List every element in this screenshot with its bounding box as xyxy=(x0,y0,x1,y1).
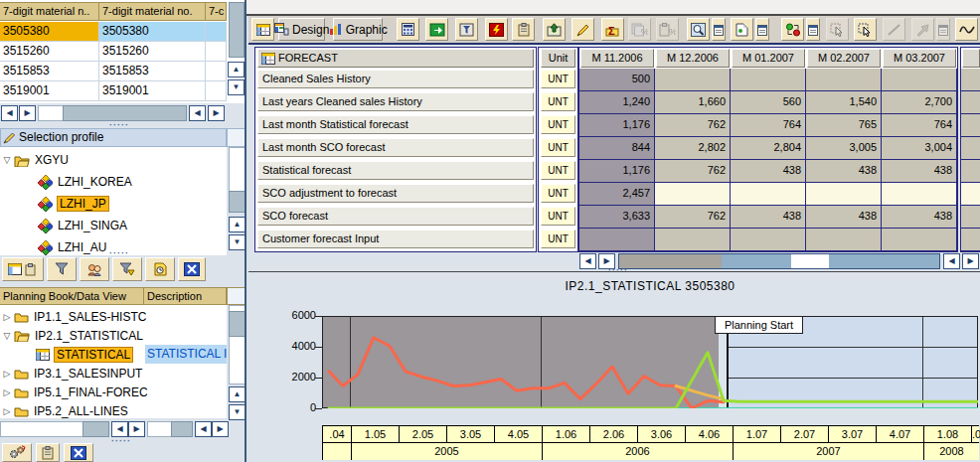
grid-data-cell[interactable]: 1,540 xyxy=(806,91,882,114)
grid-data-cell[interactable]: 1,176 xyxy=(579,114,655,137)
tree-node-selection[interactable]: LZHI_JP xyxy=(0,193,227,215)
grid-row-label[interactable]: Last month SCO forecast xyxy=(257,138,534,157)
grid-data-cell[interactable] xyxy=(655,229,731,251)
grid-month-header[interactable] xyxy=(962,49,980,68)
grid-row-label[interactable]: SCO adjustment to forecast xyxy=(257,184,534,203)
grid-data-cell[interactable] xyxy=(882,183,957,206)
material-column-header[interactable]: 7-digit material n.. xyxy=(0,2,99,21)
zoom-menu-icon[interactable] xyxy=(712,18,726,41)
grid-data-cell[interactable]: 3,633 xyxy=(579,206,655,229)
curve-icon[interactable] xyxy=(955,18,978,41)
refresh-icon[interactable] xyxy=(485,18,508,41)
design-button[interactable]: Design xyxy=(278,18,325,41)
tree-node-selection[interactable]: LZHI_KOREA xyxy=(0,171,227,193)
grid-data-cell[interactable]: 438 xyxy=(806,160,882,183)
tree-node-book[interactable]: ▷IP5.1_FINAL-FOREC xyxy=(0,383,227,401)
grid-data-cell[interactable] xyxy=(655,183,731,206)
grid-data-cell[interactable]: 438 xyxy=(882,206,957,229)
tree-node-book[interactable]: ▷IP5.2_ALL-LINES xyxy=(0,401,227,418)
tree-node-book[interactable]: ▷IP1.1_SALES-HISTC xyxy=(0,307,227,326)
grid-data-cell[interactable]: 560 xyxy=(731,91,806,114)
panel-divider[interactable] xyxy=(245,0,246,462)
grid-unit-cell[interactable]: UNT xyxy=(541,161,575,180)
filter-assign-button[interactable] xyxy=(112,257,142,281)
grid-data-cell[interactable] xyxy=(961,91,980,114)
toggle-icon[interactable] xyxy=(781,18,804,41)
grid-unit-cell[interactable]: UNT xyxy=(541,207,575,226)
grid-data-cell[interactable]: 764 xyxy=(731,114,806,137)
planning-vscroll-thumb[interactable] xyxy=(229,311,245,337)
clipboard-icon[interactable] xyxy=(512,18,535,41)
scroll-down-icon[interactable]: ▼ xyxy=(228,79,245,95)
scroll-right-icon[interactable]: ▶ xyxy=(962,253,979,269)
grid-month-header[interactable]: M 03.2007 xyxy=(883,49,956,68)
grid-month-header[interactable]: M 02.2007 xyxy=(807,49,881,68)
material-cell[interactable] xyxy=(206,62,227,81)
grid-data-cell[interactable]: 762 xyxy=(655,160,731,183)
grid-month-header[interactable]: M 11.2006 xyxy=(580,49,654,68)
material-cell[interactable]: 3519001 xyxy=(0,81,99,101)
profile-vscroll-thumb[interactable] xyxy=(229,191,245,213)
chevron-collapsed-icon[interactable]: ▷ xyxy=(0,406,14,416)
tree-node-selection[interactable]: LZHI_SINGA xyxy=(0,215,227,236)
scroll-right-icon[interactable]: ▶ xyxy=(128,421,145,437)
planning-hscroll-thumb[interactable] xyxy=(82,421,109,437)
grid-data-cell[interactable] xyxy=(806,69,882,91)
close-button[interactable] xyxy=(64,443,93,462)
material-cell[interactable] xyxy=(206,42,227,62)
grid-data-cell[interactable] xyxy=(961,114,980,137)
scroll-right-icon[interactable]: ▶ xyxy=(212,421,229,437)
grid-data-cell[interactable] xyxy=(882,69,957,91)
grid-data-cell[interactable]: 438 xyxy=(731,160,806,183)
calculator-icon[interactable] xyxy=(397,18,419,41)
scroll-up-icon[interactable]: ▲ xyxy=(229,217,245,232)
material-column-header[interactable]: 7-c xyxy=(206,2,227,21)
grid-hscroll-thumb[interactable] xyxy=(791,254,829,268)
grid-data-cell[interactable] xyxy=(655,69,731,91)
transfer-icon[interactable] xyxy=(455,18,478,41)
grid-data-cell[interactable]: 2,700 xyxy=(882,91,957,114)
grid-data-cell[interactable]: 438 xyxy=(731,206,806,229)
scroll-left-icon[interactable]: ◀ xyxy=(195,421,212,437)
grid-data-cell[interactable]: 3,005 xyxy=(806,137,882,160)
grid-data-cell[interactable] xyxy=(806,183,882,206)
material-cell[interactable]: 3515260 xyxy=(99,42,206,62)
tree-node-book[interactable]: ▽IP2.1_STATISTICAL xyxy=(0,326,227,345)
material-hscroll-thumb[interactable] xyxy=(63,105,187,121)
chevron-expanded-icon[interactable]: ▽ xyxy=(0,155,14,165)
table-view-button[interactable] xyxy=(2,257,44,281)
grid-data-cell[interactable] xyxy=(731,183,806,206)
tree-node-book[interactable]: ▷IP3.1_SALESINPUT xyxy=(0,364,227,383)
scroll-down-icon[interactable]: ▼ xyxy=(229,404,245,420)
grid-data-cell[interactable]: 2,802 xyxy=(655,137,731,160)
grid-unit-cell[interactable]: UNT xyxy=(541,138,575,157)
settings-button[interactable] xyxy=(2,443,32,462)
material-cell[interactable]: 3515853 xyxy=(0,62,99,81)
grid-data-cell[interactable]: 1,240 xyxy=(579,91,655,114)
grid-corner-header[interactable]: FORECAST xyxy=(257,49,534,68)
sum-icon[interactable]: Σ xyxy=(601,18,624,41)
zoom-icon[interactable] xyxy=(687,18,710,41)
scroll-right-icon[interactable]: ▶ xyxy=(208,105,225,121)
grid-data-cell[interactable]: 764 xyxy=(882,114,957,137)
grid-unit-cell[interactable]: UNT xyxy=(541,115,575,134)
scroll-left-icon[interactable]: ◀ xyxy=(111,421,128,437)
log-button[interactable] xyxy=(145,257,175,281)
grid-data-cell[interactable]: 2,457 xyxy=(579,183,655,206)
grid-data-cell[interactable]: 438 xyxy=(806,206,882,229)
grid-hscrollbar[interactable]: ◀▶◀▶ xyxy=(579,253,980,269)
upload-icon[interactable] xyxy=(543,18,566,41)
planning-book-column-header[interactable]: Planning Book/Data View xyxy=(0,287,144,305)
graphic-button[interactable]: Graphic xyxy=(333,18,383,41)
grid-row-label[interactable]: Last month Statistical forecast xyxy=(257,115,534,134)
material-cell[interactable]: 3515853 xyxy=(99,62,206,81)
chevron-collapsed-icon[interactable]: ▷ xyxy=(0,369,14,379)
material-cell[interactable]: 3519001 xyxy=(99,81,206,101)
grid-data-cell[interactable]: 500 xyxy=(579,69,655,91)
grid-unit-cell[interactable]: UNT xyxy=(541,92,575,111)
grid-data-cell[interactable] xyxy=(882,229,957,251)
grid-unit-cell[interactable]: UNT xyxy=(541,70,575,88)
grid-row-label[interactable]: Last years Cleaned sales History xyxy=(257,92,534,111)
open-icon[interactable] xyxy=(251,18,274,41)
grid-data-cell[interactable] xyxy=(961,229,980,251)
